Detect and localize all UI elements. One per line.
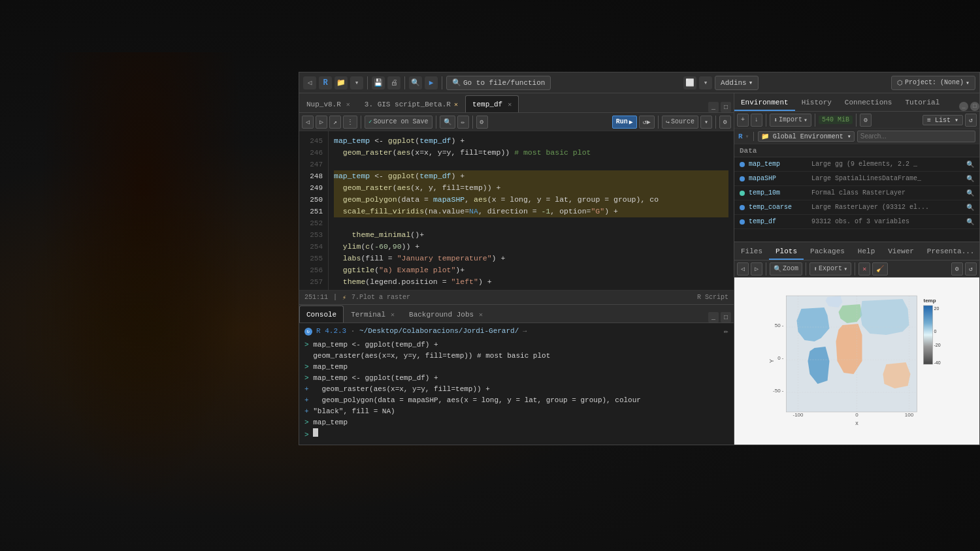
back-btn[interactable]: ◁ [302,116,314,129]
env-toolbar: + ↓ ⬇ Import ▾ 540 MiB ⚙ ≡ List [734,112,979,129]
delete-plot-btn[interactable]: ✕ [858,262,870,276]
tab-presenta[interactable]: Presenta... [921,244,979,260]
line-num-250: 250 [299,194,323,206]
console-content[interactable]: ↻ R 4.2.3 · ~/Desktop/Colaboracions/Jord… [299,323,734,445]
minimize-editor-btn[interactable]: _ [708,102,719,112]
var-row-tempcoarse[interactable]: temp_coarse Large RasterLayer (93312 el.… [734,200,979,215]
code-line-246: geom_raster(aes(x=x, y=y, fill=temp)) # … [334,147,728,159]
var-name-tempdf: temp_df [749,218,808,225]
forward-btn[interactable]: ▷ [316,116,327,129]
maximize-editor-btn[interactable]: □ [721,102,731,112]
env-import-btn[interactable]: ↓ [751,114,762,127]
terminal-close[interactable]: ✕ [391,311,395,319]
code-content[interactable]: map_temp <- ggplot(temp_df) + geom_raste… [329,131,734,290]
run-button[interactable]: Run ▶ [612,116,637,129]
refresh-btn[interactable]: ↺ [965,114,977,127]
find-icon[interactable]: 🔍 [409,76,422,89]
tab-environment[interactable]: Environment [734,95,795,111]
code-editor[interactable]: 245 246 247 248 249 250 251 252 253 254 … [299,131,734,290]
tab-packages[interactable]: Packages [804,244,851,260]
var-row-mapashp[interactable]: mapaSHP Large SpatialLinesDataFrame_ 🔍 [734,172,979,186]
env-maximize[interactable]: □ [970,102,979,111]
tab-background-jobs[interactable]: Background Jobs ✕ [402,306,490,323]
var-search-map-temp[interactable]: 🔍 [966,161,974,168]
editor-toolbar: ◁ ▷ ↗ ⋮ ✓ Source on Save 🔍 ✏ ⚙ [299,113,734,131]
env-search-input[interactable] [857,131,975,142]
console-clear-btn[interactable]: ✏ [724,326,728,336]
export-btn[interactable]: ⬆ Export ▾ [809,262,851,276]
zoom-btn[interactable]: 🔍 Zoom [770,262,802,276]
code-tools-btn[interactable]: ⚙ [476,116,488,129]
workspace-icon[interactable]: ⬜ [683,76,696,89]
project-button[interactable]: ⬡ Project: (None) ▾ [891,76,975,90]
back-icon[interactable]: ◁ [303,76,316,89]
source-btn[interactable]: ↪ Source [662,116,698,129]
code-line-251: scale_fill_viridis(na.value=NA, directio… [334,206,728,217]
workspace-dropdown[interactable]: ▾ [699,76,712,89]
editor-options-btn[interactable]: ⚙ [719,116,731,129]
rerun-btn[interactable]: ↺▶ [639,116,655,129]
print-icon[interactable]: 🖨 [387,76,400,89]
tab-tempdf-close[interactable]: ✕ [508,101,512,108]
global-env-dropdown[interactable]: 📁 Global Environment ▾ [758,131,855,142]
search-editor-btn[interactable]: 🔍 [440,116,455,129]
tab-gis[interactable]: 3. GIS script_Beta.R ✕ [357,95,465,112]
tab-nup[interactable]: Nup_v8.R ✕ [299,95,357,112]
var-dot-temp10m [740,191,745,196]
tab-plots[interactable]: Plots [769,244,804,260]
maximize-console-btn[interactable]: □ [721,312,731,323]
var-search-mapashp[interactable]: 🔍 [966,175,974,183]
project-dropdown-icon: ▾ [966,79,970,87]
tab-tempdf[interactable]: temp_df ✕ [465,95,519,112]
show-in-new-btn[interactable]: ↗ [329,116,341,129]
source-dropdown[interactable]: ▾ [700,116,712,129]
env-minimize[interactable]: _ [959,102,968,111]
tab-terminal[interactable]: Terminal ✕ [344,306,402,323]
open-file-icon[interactable]: 📁 [335,76,348,89]
list-dropdown[interactable]: ≡ List ▾ [923,115,963,125]
run-icon: ▶ [629,118,633,126]
tab-files[interactable]: Files [734,244,769,260]
bgjobs-close[interactable]: ✕ [479,311,483,319]
columns-btn[interactable]: ⋮ [343,116,357,129]
tab-connections[interactable]: Connections [838,95,899,111]
tab-help[interactable]: Help [851,244,881,260]
tab-history[interactable]: History [795,95,838,111]
open-dropdown-icon[interactable]: ▾ [350,76,363,89]
console-line-4: > map_temp <- ggplot(temp_df) + [304,373,728,384]
broom-btn[interactable]: 🧹 [872,262,888,276]
plots-forward-btn[interactable]: ▷ [751,262,762,276]
var-search-temp10m[interactable]: 🔍 [966,189,974,197]
run-icon[interactable]: ▶ [425,76,438,89]
r-logo-icon[interactable]: R [319,76,332,89]
var-row-map-temp[interactable]: map_temp Large gg (9 elements, 2.2 _ 🔍 [734,157,979,172]
var-dot-tempdf [740,219,745,225]
var-search-tempdf[interactable]: 🔍 [966,218,974,226]
tab-controls: _ □ [706,102,734,112]
env-new-btn[interactable]: + [737,114,749,127]
tab-tutorial[interactable]: Tutorial [898,95,946,111]
spellcheck-btn[interactable]: ✏ [457,116,469,129]
env-sep3 [856,114,857,127]
tab-viewer[interactable]: Viewer [881,244,921,260]
console-line-6: + geom_polygon(data = mapaSHP, aes(x = l… [304,395,728,406]
tab-console[interactable]: Console [299,306,344,323]
var-search-tempcoarse[interactable]: 🔍 [966,204,974,212]
var-row-tempdf[interactable]: temp_df 93312 obs. of 3 variables 🔍 [734,215,979,229]
source-on-save-btn[interactable]: ✓ Source on Save [365,116,432,129]
minimize-console-btn[interactable]: _ [708,312,719,323]
status-icon: ⚡ [342,294,346,302]
plots-settings-btn[interactable]: ⚙ [951,262,963,276]
line-num-247: 247 [299,159,323,170]
plots-refresh-btn[interactable]: ↺ [965,262,977,276]
import-btn[interactable]: ⬇ Import ▾ [770,114,811,127]
save-icon[interactable]: 💾 [372,76,385,89]
var-row-temp10m[interactable]: temp_10m Formal class RasterLayer 🔍 [734,186,979,200]
addins-button[interactable]: Addins ▾ [715,76,759,90]
env-settings-btn[interactable]: ⚙ [860,114,872,127]
line-numbers: 245 246 247 248 249 250 251 252 253 254 … [299,131,329,290]
svg-text:-100: -100 [792,412,804,418]
tab-nup-close[interactable]: ✕ [346,101,350,108]
go-to-file-button[interactable]: 🔍 Go to file/function [446,76,551,90]
plots-back-btn[interactable]: ◁ [737,262,749,276]
